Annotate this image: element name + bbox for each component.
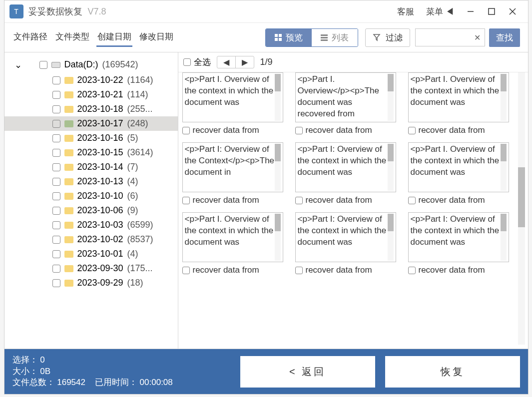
tree-item-checkbox[interactable] — [52, 192, 60, 200]
tree-item[interactable]: 2023-10-21(114) — [4, 87, 178, 102]
thumb-scrollbar[interactable] — [275, 144, 281, 191]
thumbnail-card[interactable]: <p>Part I: Overview of the context in wh… — [295, 212, 396, 275]
menu-dropdown[interactable]: 菜单 ◀ — [426, 6, 454, 17]
tree-item[interactable]: 2023-09-30(175... — [4, 261, 178, 276]
thumb-scroll-handle[interactable] — [275, 144, 281, 161]
tree-item-checkbox[interactable] — [52, 265, 60, 273]
thumb-scrollbar[interactable] — [388, 144, 394, 191]
thumb-scrollbar[interactable] — [501, 74, 507, 121]
thumbnail-checkbox[interactable] — [295, 127, 303, 134]
thumbnail-preview[interactable]: <p>Part I. Overview of the context in wh… — [182, 212, 283, 262]
thumbnail-preview[interactable]: <p>Part I. Overview of the context in wh… — [408, 72, 509, 122]
tree-item[interactable]: 2023-10-10(6) — [4, 189, 178, 203]
tree-item-checkbox[interactable] — [52, 105, 60, 113]
tree-item[interactable]: 2023-09-29(18) — [4, 276, 178, 290]
thumbnail-card[interactable]: <p>Part I. Overview of the context in wh… — [408, 142, 509, 205]
tree-item-checkbox[interactable] — [52, 163, 60, 171]
tree-item[interactable]: 2023-10-18(255... — [4, 102, 178, 116]
tree-item-checkbox[interactable] — [52, 76, 60, 84]
tree-item[interactable]: 2023-10-03(6599) — [4, 218, 178, 232]
tree-item[interactable]: 2023-10-13(4) — [4, 174, 178, 189]
minimize-button[interactable] — [460, 1, 481, 22]
thumb-scroll-handle[interactable] — [275, 214, 281, 231]
tab-modify-date[interactable]: 修改日期 — [138, 28, 174, 47]
tree-item[interactable]: 2023-10-16(5) — [4, 131, 178, 145]
customer-service-link[interactable]: 客服 — [397, 6, 414, 17]
thumbnail-preview[interactable]: <p>Part I: Overview of the context in wh… — [295, 142, 396, 192]
thumb-scroll-handle[interactable] — [388, 144, 394, 161]
view-preview-button[interactable]: 预览 — [266, 29, 312, 46]
thumb-scroll-handle[interactable] — [275, 74, 281, 91]
tree-item[interactable]: 2023-10-17(248) — [4, 116, 178, 131]
thumbnail-preview[interactable]: <p>Part I. Overview</p><p>The document w… — [295, 72, 396, 122]
tree-item-checkbox[interactable] — [52, 207, 60, 215]
thumb-scrollbar[interactable] — [501, 214, 507, 261]
thumbnail-checkbox[interactable] — [182, 197, 190, 204]
tree-item[interactable]: 2023-10-01(4) — [4, 247, 178, 261]
recover-button[interactable]: 恢复 — [385, 356, 520, 388]
thumbnail-card[interactable]: <p>Part I: Overview of the context in wh… — [408, 212, 509, 275]
tree-item-checkbox[interactable] — [52, 178, 60, 186]
thumbnail-card[interactable]: <p>Part I: Overview of the Context</p><p… — [182, 142, 283, 205]
thumb-scrollbar[interactable] — [275, 214, 281, 261]
select-all[interactable]: 全选 — [183, 56, 211, 68]
thumb-scroll-handle[interactable] — [501, 144, 507, 161]
thumb-scrollbar[interactable] — [501, 144, 507, 191]
tab-file-type[interactable]: 文件类型 — [54, 28, 90, 47]
tree-item-checkbox[interactable] — [52, 91, 60, 99]
thumbnail-grid[interactable]: <p>Part I. Overview of the context in wh… — [178, 72, 528, 349]
tree-item[interactable]: 2023-10-15(3614) — [4, 145, 178, 160]
maximize-button[interactable] — [481, 1, 502, 22]
tree-item[interactable]: 2023-10-14(7) — [4, 160, 178, 174]
tree-item[interactable]: 2023-10-02(8537) — [4, 232, 178, 247]
thumbnail-checkbox[interactable] — [295, 267, 303, 274]
tab-create-date[interactable]: 创建日期 — [96, 28, 132, 47]
thumbnail-preview[interactable]: <p>Part I: Overview of the context in wh… — [295, 212, 396, 262]
view-list-button[interactable]: 列表 — [312, 29, 358, 46]
tree-item[interactable]: 2023-10-22(1164) — [4, 73, 178, 87]
tab-file-path[interactable]: 文件路径 — [12, 28, 48, 47]
grid-scrollbar[interactable] — [518, 72, 525, 345]
search-button[interactable]: 查找 — [489, 28, 520, 47]
tree-item-checkbox[interactable] — [52, 250, 60, 258]
thumbnail-checkbox[interactable] — [408, 197, 416, 204]
search-input[interactable] — [420, 33, 474, 42]
thumbnail-card[interactable]: <p>Part I. Overview of the context in wh… — [408, 72, 509, 135]
next-page-button[interactable]: ▶ — [236, 56, 254, 68]
thumb-scrollbar[interactable] — [388, 74, 394, 121]
tree-item-checkbox[interactable] — [52, 149, 60, 157]
tree-item-checkbox[interactable] — [52, 279, 60, 287]
thumbnail-preview[interactable]: <p>Part I: Overview of the Context</p><p… — [182, 142, 283, 192]
thumb-scroll-handle[interactable] — [388, 74, 394, 91]
sidebar-tree[interactable]: ⌄ Data(D:) (169542) 2023-10-22(1164)2023… — [4, 52, 178, 349]
close-button[interactable] — [502, 1, 523, 22]
prev-page-button[interactable]: ◀ — [217, 56, 236, 68]
back-button[interactable]: < 返回 — [240, 356, 375, 388]
thumb-scrollbar[interactable] — [275, 74, 281, 121]
chevron-down-icon[interactable]: ⌄ — [14, 59, 22, 70]
thumbnail-checkbox[interactable] — [408, 127, 416, 134]
tree-item-checkbox[interactable] — [52, 221, 60, 229]
thumb-scroll-handle[interactable] — [388, 214, 394, 231]
thumbnail-preview[interactable]: <p>Part I. Overview of the context in wh… — [182, 72, 283, 122]
tree-root[interactable]: ⌄ Data(D:) (169542) — [4, 56, 178, 73]
thumbnail-preview[interactable]: <p>Part I. Overview of the context in wh… — [408, 142, 509, 192]
thumbnail-card[interactable]: <p>Part I. Overview</p><p>The document w… — [295, 72, 396, 135]
tree-item-checkbox[interactable] — [52, 236, 60, 244]
thumb-scroll-handle[interactable] — [501, 74, 507, 91]
grid-scroll-handle[interactable] — [518, 167, 525, 227]
tree-item-checkbox[interactable] — [52, 134, 60, 142]
thumbnail-card[interactable]: <p>Part I. Overview of the context in wh… — [182, 212, 283, 275]
thumb-scroll-handle[interactable] — [501, 214, 507, 231]
thumbnail-card[interactable]: <p>Part I: Overview of the context in wh… — [295, 142, 396, 205]
thumbnail-checkbox[interactable] — [182, 267, 190, 274]
select-all-checkbox[interactable] — [183, 58, 191, 66]
filter-button[interactable]: 过滤 — [365, 28, 410, 47]
thumbnail-card[interactable]: <p>Part I. Overview of the context in wh… — [182, 72, 283, 135]
thumbnail-checkbox[interactable] — [408, 267, 416, 274]
clear-search-icon[interactable]: ✕ — [474, 33, 481, 42]
tree-root-checkbox[interactable] — [39, 61, 47, 69]
thumbnail-checkbox[interactable] — [295, 197, 303, 204]
thumb-scrollbar[interactable] — [388, 214, 394, 261]
tree-item-checkbox[interactable] — [52, 120, 60, 128]
